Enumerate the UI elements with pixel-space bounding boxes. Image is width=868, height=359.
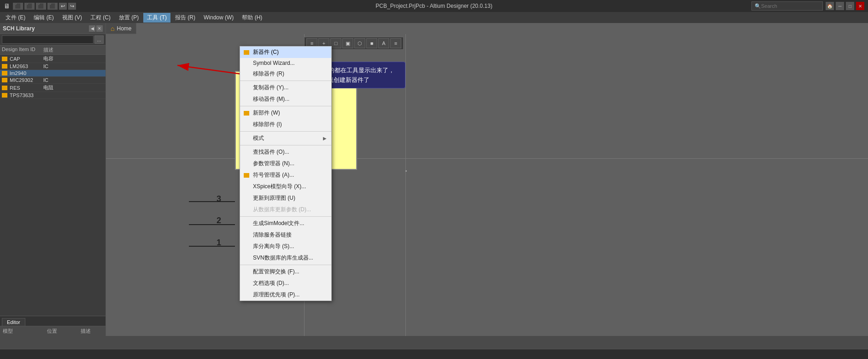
ftb-lines[interactable]: ≡ <box>390 38 401 48</box>
comp-desc-res: 电阻 <box>43 84 104 91</box>
dmenu-label-sch-prefs: 原理图优先项 (P)... <box>253 291 299 299</box>
minimize-btn[interactable]: ─ <box>836 2 844 10</box>
comp-icon-lm2663 <box>2 64 7 69</box>
pin-line-2 <box>189 224 235 225</box>
dmenu-label-new-part: 新部件 (W) <box>253 109 280 117</box>
dmenu-mode[interactable]: 模式 ▶ <box>240 133 331 144</box>
dmenu-remove-part[interactable]: 移除部件 (I) <box>240 119 331 130</box>
menu-view[interactable]: 视图 (V) <box>59 13 86 23</box>
dmenu-label-find-component: 查找器件 (O)... <box>253 148 289 156</box>
comp-row-tps73633[interactable]: TPS73633 <box>0 92 106 99</box>
ftb-poly[interactable]: ⬡ <box>354 38 365 48</box>
dmenu-new-component[interactable]: 新器件 (C) <box>240 46 331 58</box>
search-box[interactable]: 🔍 <box>751 1 823 11</box>
dmenu-sep5 <box>240 216 331 217</box>
dmenu-config-pin[interactable]: 配置管脚交换 (F)... <box>240 266 331 278</box>
dmenu-move-component[interactable]: 移动器件 (M)... <box>240 93 331 105</box>
dmenu-label-symbol-manager: 符号管理器 (A)... <box>253 171 294 179</box>
dmenu-label-symbol-wizard: Symbol Wizard... <box>253 60 295 66</box>
dmenu-label-new-component: 新器件 (C) <box>253 48 279 56</box>
sidebar-search-area: … <box>0 34 106 46</box>
dmenu-label-xspice: XSpice模型向导 (X)... <box>253 183 306 191</box>
dmenu-label-lib-split: 库分离向导 (S)... <box>253 243 294 250</box>
tab-editor[interactable]: Editor <box>2 318 25 326</box>
comp-id-mic29302: MIC29302 <box>10 77 33 83</box>
dmenu-label-update-sch: 更新到原理图 (U) <box>253 194 295 202</box>
sidebar-toggle-btn[interactable]: ◀ <box>89 25 95 32</box>
dmenu-xspice[interactable]: XSpice模型向导 (X)... <box>240 181 331 192</box>
dmenu-update-sch[interactable]: 更新到原理图 (U) <box>240 192 331 204</box>
titlebar: 🖥 ⬛ ⬛ ⬛ ⬛ ↩ ↪ PCB_Project.PrjPcb - Altiu… <box>0 0 868 12</box>
ftb-rect2[interactable]: ▣ <box>342 38 353 48</box>
comp-row-lm2663[interactable]: LM2663 IC <box>0 63 106 70</box>
menu-place[interactable]: 放置 (P) <box>115 13 142 23</box>
dmenu-label-move-component: 移动器件 (M)... <box>253 95 289 103</box>
comp-row-mic29302[interactable]: MIC29302 IC <box>0 77 106 84</box>
comp-row-cap[interactable]: CAP 电容 <box>0 55 106 63</box>
canvas-home-tab[interactable]: ⌂ Home <box>106 23 136 34</box>
maximize-btn[interactable]: □ <box>846 2 854 10</box>
col-header-desc: 描述 <box>43 46 104 53</box>
comp-icon-lm2940 <box>2 71 7 75</box>
dmenu-new-part[interactable]: 新部件 (W) <box>240 107 331 119</box>
dmenu-label-config-pin: 配置管脚交换 (F)... <box>253 268 299 276</box>
dmenu-icon-new-part <box>244 111 249 116</box>
sidebar: SCH Library ◀ ✕ … Design Item ID 描述 CAP … <box>0 23 106 336</box>
comp-row-res[interactable]: RES 电阻 <box>0 84 106 92</box>
dmenu-symbol-wizard[interactable]: Symbol Wizard... <box>240 58 331 68</box>
window-title: PCB_Project.PrjPcb - Altium Designer (20… <box>375 3 492 9</box>
comp-desc-mic29302: IC <box>43 77 104 83</box>
dmenu-remove-component[interactable]: 移除器件 (R) <box>240 68 331 80</box>
comp-icon-cap <box>2 57 7 61</box>
menu-help[interactable]: 帮助 (H) <box>238 13 266 23</box>
ftb-fill[interactable]: ■ <box>366 38 377 48</box>
menu-project[interactable]: 工程 (C) <box>87 13 114 23</box>
pin-num-2: 2 <box>217 216 221 226</box>
dmenu-svn-lib[interactable]: SVN数据库的库生成器... <box>240 252 331 264</box>
dmenu-label-remove-part: 移除部件 (I) <box>253 121 282 128</box>
close-btn[interactable]: ✕ <box>856 2 864 10</box>
home-text: Home <box>117 25 131 32</box>
dmenu-label-gen-simmodel: 生成SimModel文件... <box>253 220 304 227</box>
home-btn[interactable]: 🏠 <box>826 2 834 10</box>
sidebar-pin-btn[interactable]: ✕ <box>96 25 103 32</box>
dmenu-find-component[interactable]: 查找器件 (O)... <box>240 146 331 158</box>
dmenu-lib-split[interactable]: 库分离向导 (S)... <box>240 241 331 252</box>
home-icon: ⌂ <box>111 25 114 32</box>
dmenu-label-update-db: 从数据库更新参数 (D)... <box>253 206 311 214</box>
sidebar-search-btn[interactable]: … <box>94 35 104 44</box>
dmenu-clear-server[interactable]: 清除服务器链接 <box>240 229 331 241</box>
search-icon: 🔍 <box>755 3 761 9</box>
dmenu-sep1 <box>240 81 331 81</box>
search-input[interactable] <box>761 3 816 9</box>
dmenu-param-manager[interactable]: 参数管理器 (N)... <box>240 158 331 169</box>
dmenu-symbol-manager[interactable]: 符号管理器 (A)... <box>240 169 331 181</box>
ftb-text[interactable]: A <box>378 38 389 48</box>
comp-icon-tps73633 <box>2 93 7 98</box>
comp-id-tps73633: TPS73633 <box>10 93 34 98</box>
sidebar-search-input[interactable] <box>2 35 94 44</box>
dmenu-doc-options[interactable]: 文档选项 (D)... <box>240 278 331 289</box>
menu-file[interactable]: 文件 (E) <box>2 13 29 23</box>
menu-window[interactable]: Window (W) <box>200 13 237 22</box>
menubar: 文件 (E) 编辑 (E) 视图 (V) 工程 (C) 放置 (P) 工具 (T… <box>0 12 868 23</box>
menu-edit[interactable]: 编辑 (E) <box>30 13 57 23</box>
ftb-rect[interactable]: □ <box>330 38 341 48</box>
canvas-dot <box>405 170 407 172</box>
bottom-tabs: Editor <box>0 316 106 326</box>
dmenu-mode-arrow: ▶ <box>323 136 327 141</box>
menu-report[interactable]: 报告 (R) <box>171 13 199 23</box>
canvas-area[interactable]: ⌂ Home ≡ + □ ▣ ⬡ ■ A ≡ 3 2 <box>106 23 868 336</box>
comp-row-lm2940[interactable]: lm2940 <box>0 70 106 77</box>
comp-id-lm2940: lm2940 <box>10 70 26 76</box>
dmenu-label-clear-server: 清除服务器链接 <box>253 231 292 239</box>
dmenu-sch-prefs[interactable]: 原理图优先项 (P)... <box>240 289 331 301</box>
menu-tools[interactable]: 工具 (T) <box>143 13 170 23</box>
dmenu-copy-component[interactable]: 复制器件 (Y)... <box>240 82 331 93</box>
dmenu-gen-simmodel[interactable]: 生成SimModel文件... <box>240 218 331 229</box>
dmenu-update-db: 从数据库更新参数 (D)... <box>240 204 331 215</box>
pin-num-1: 1 <box>217 238 221 248</box>
window-controls: 🏠 ─ □ ✕ <box>826 2 864 10</box>
sidebar-header: SCH Library ◀ ✕ <box>0 23 106 34</box>
model-col-desc: 描述 <box>69 328 103 335</box>
